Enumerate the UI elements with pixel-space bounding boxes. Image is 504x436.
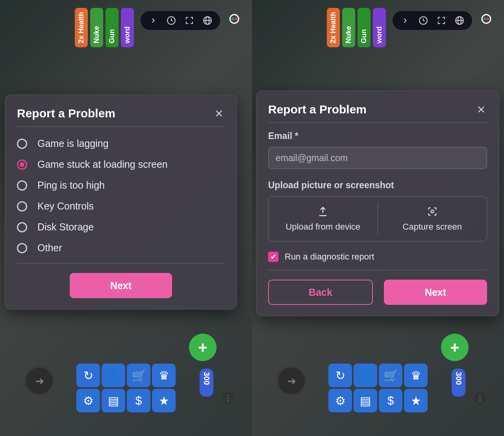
upload-from-device-label: Upload from device — [285, 222, 360, 232]
back-time-icon[interactable] — [418, 15, 429, 26]
back-button[interactable]: Back — [268, 280, 373, 305]
radio-icon — [17, 139, 27, 149]
hud-crown-icon[interactable]: ♛ — [152, 364, 176, 387]
option-label: Game is lagging — [37, 138, 109, 149]
hud-grid: ↻ 👤 🛒 ♛ ⚙ ▤ $ ★ — [0, 364, 252, 412]
globe-icon[interactable] — [202, 15, 213, 26]
camera-icon — [427, 206, 438, 217]
option-label: Disk Storage — [37, 221, 94, 233]
option-key-controls[interactable]: Key Controls — [17, 200, 225, 212]
capture-screen-label: Capture screen — [403, 222, 462, 232]
problem-option-list: Game is lagging Game stuck at loading sc… — [17, 135, 225, 261]
hud-adduser-icon[interactable]: 👤 — [354, 364, 377, 387]
hud-gear-icon[interactable]: ⚙ — [328, 389, 352, 412]
hud-grid: ↻ 👤 🛒 ♛ ⚙ ▤ $ ★ — [252, 364, 504, 412]
hud-dollar-icon[interactable]: $ — [379, 389, 402, 412]
close-button[interactable] — [475, 104, 487, 115]
option-label: Key Controls — [37, 200, 94, 212]
hud-gear-icon[interactable]: ⚙ — [76, 389, 100, 412]
divider — [268, 270, 487, 270]
hud-crown-icon[interactable]: ♛ — [404, 364, 428, 387]
svg-point-18 — [431, 210, 434, 213]
hud-cart-icon[interactable]: 🛒 — [379, 364, 402, 387]
chevron-right-icon[interactable] — [148, 15, 159, 26]
divider — [17, 263, 225, 263]
radio-icon — [17, 201, 27, 212]
globe-icon[interactable] — [454, 15, 465, 26]
add-fab[interactable]: + — [441, 334, 469, 361]
divider — [268, 122, 487, 123]
upload-label: Upload picture or screenshot — [268, 180, 487, 191]
next-button[interactable]: Next — [70, 273, 172, 298]
svg-point-4 — [230, 15, 239, 23]
next-button[interactable]: Next — [384, 280, 487, 305]
modal-title: Report a Problem — [268, 103, 367, 116]
hud-adduser-icon[interactable]: 👤 — [102, 364, 125, 387]
email-label: Email * — [268, 131, 487, 141]
checkbox-checked-icon: ✔ — [268, 252, 278, 262]
hud-refresh-icon[interactable]: ↻ — [328, 364, 352, 387]
hud-dollar-icon[interactable]: $ — [127, 389, 150, 412]
upload-icon — [317, 206, 328, 217]
fullscreen-icon[interactable] — [436, 15, 447, 26]
capture-screen[interactable]: Capture screen — [378, 197, 487, 241]
add-fab[interactable]: + — [189, 334, 217, 361]
hud-refresh-icon[interactable]: ↻ — [76, 364, 100, 387]
right-screenshot-pane: 2x Health Nuke Gun word + 300 ➜ ⋮ ↻ — [252, 0, 504, 436]
radio-icon — [17, 222, 27, 232]
divider — [17, 126, 225, 127]
hud-cart-icon[interactable]: 🛒 — [127, 364, 150, 387]
svg-point-6 — [235, 18, 237, 20]
overlay-pill — [141, 11, 220, 30]
upload-box: Upload from device Capture screen — [268, 196, 487, 241]
radio-icon — [17, 243, 27, 253]
back-time-icon[interactable] — [166, 15, 177, 26]
left-screenshot-pane: 2x Health Nuke Gun word + 300 ➜ ⋮ ↻ — [0, 0, 252, 436]
svg-point-5 — [232, 18, 234, 20]
close-button[interactable] — [213, 108, 225, 119]
hud-news-icon[interactable]: ▤ — [102, 389, 125, 412]
top-overlay-bar — [252, 9, 504, 32]
option-label: Other — [37, 242, 62, 254]
overlay-pill — [393, 11, 472, 30]
diagnostic-row[interactable]: ✔ Run a diagnostic report — [268, 252, 487, 262]
chevron-right-icon[interactable] — [400, 15, 411, 26]
hud-star-icon[interactable]: ★ — [404, 389, 428, 412]
report-problem-modal-step1: Report a Problem Game is lagging Game st… — [5, 95, 237, 310]
radio-icon — [17, 180, 27, 191]
nowgg-logo — [226, 13, 242, 28]
nowgg-logo — [478, 13, 494, 28]
option-label: Game stuck at loading screen — [37, 159, 168, 170]
upload-from-device[interactable]: Upload from device — [269, 197, 378, 241]
option-label: Ping is too high — [37, 180, 105, 191]
option-ping-high[interactable]: Ping is too high — [17, 180, 225, 191]
svg-point-13 — [482, 15, 491, 23]
hud-news-icon[interactable]: ▤ — [354, 389, 377, 412]
option-loading-screen[interactable]: Game stuck at loading screen — [17, 159, 225, 170]
email-input[interactable] — [268, 147, 487, 169]
option-game-lagging[interactable]: Game is lagging — [17, 138, 225, 149]
top-overlay-bar — [0, 9, 252, 32]
hud-star-icon[interactable]: ★ — [152, 389, 176, 412]
fullscreen-icon[interactable] — [184, 15, 195, 26]
diagnostic-label: Run a diagnostic report — [285, 252, 374, 262]
svg-point-15 — [487, 18, 489, 20]
report-problem-modal-step2: Report a Problem Email * Upload picture … — [256, 91, 499, 316]
option-disk-storage[interactable]: Disk Storage — [17, 221, 225, 233]
option-other[interactable]: Other — [17, 242, 225, 254]
modal-title: Report a Problem — [17, 107, 115, 120]
svg-point-14 — [484, 18, 486, 20]
radio-icon — [17, 160, 27, 170]
